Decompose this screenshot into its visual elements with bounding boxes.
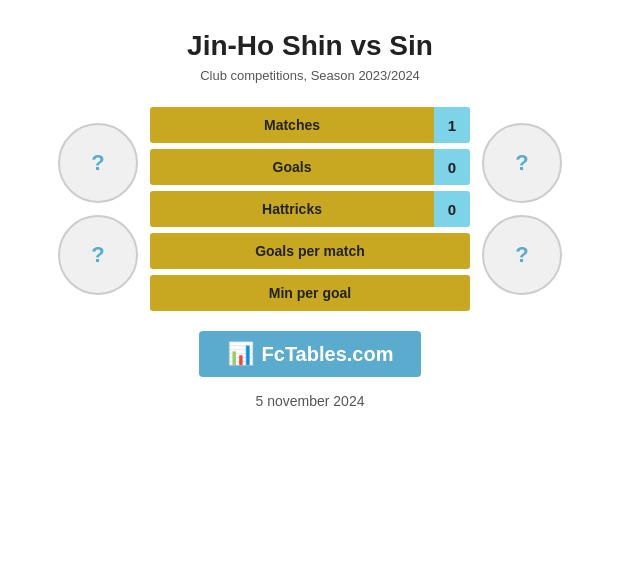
stat-bar-min-per-goal-full: Min per goal: [150, 275, 470, 311]
fctables-logo: 📊 FcTables.com: [199, 331, 422, 377]
min-per-goal-label: Min per goal: [269, 285, 351, 301]
left-player-avatar-2: ?: [58, 215, 138, 295]
goals-label: Goals: [273, 159, 312, 175]
stats-center: Matches 1 Goals 0 Hattricks 0: [150, 107, 470, 311]
page-title: Jin-Ho Shin vs Sin: [187, 30, 433, 62]
right-avatar-icon-1: ?: [515, 150, 528, 176]
right-player-avatars: ? ?: [482, 123, 562, 295]
stat-bar-goals-per-match-full: Goals per match: [150, 233, 470, 269]
date-label: 5 november 2024: [256, 393, 365, 409]
stat-row-hattricks: Hattricks 0: [150, 191, 470, 227]
page-subtitle: Club competitions, Season 2023/2024: [200, 68, 420, 83]
stat-bar-goals-value: 0: [434, 149, 470, 185]
right-player-avatar-1: ?: [482, 123, 562, 203]
hattricks-value: 0: [448, 201, 456, 218]
goals-value: 0: [448, 159, 456, 176]
hattricks-label: Hattricks: [262, 201, 322, 217]
logo-icon: 📊: [227, 341, 254, 367]
matches-label: Matches: [264, 117, 320, 133]
stat-bar-matches-value: 1: [434, 107, 470, 143]
stat-bar-goals-label: Goals: [150, 149, 434, 185]
stat-bar-hattricks-label: Hattricks: [150, 191, 434, 227]
right-avatar-icon-2: ?: [515, 242, 528, 268]
stat-row-matches: Matches 1: [150, 107, 470, 143]
right-player-avatar-2: ?: [482, 215, 562, 295]
stat-row-min-per-goal: Min per goal: [150, 275, 470, 311]
left-avatar-icon-1: ?: [91, 150, 104, 176]
left-player-avatar-1: ?: [58, 123, 138, 203]
left-avatar-icon-2: ?: [91, 242, 104, 268]
goals-per-match-label: Goals per match: [255, 243, 365, 259]
stat-row-goals: Goals 0: [150, 149, 470, 185]
comparison-section: ? ? Matches 1 Goals 0 Hatt: [20, 107, 600, 311]
left-player-avatars: ? ?: [58, 123, 138, 295]
logo-text: FcTables.com: [262, 343, 394, 366]
matches-value: 1: [448, 117, 456, 134]
stat-row-goals-per-match: Goals per match: [150, 233, 470, 269]
stat-bar-hattricks-value: 0: [434, 191, 470, 227]
stat-bar-matches-label: Matches: [150, 107, 434, 143]
